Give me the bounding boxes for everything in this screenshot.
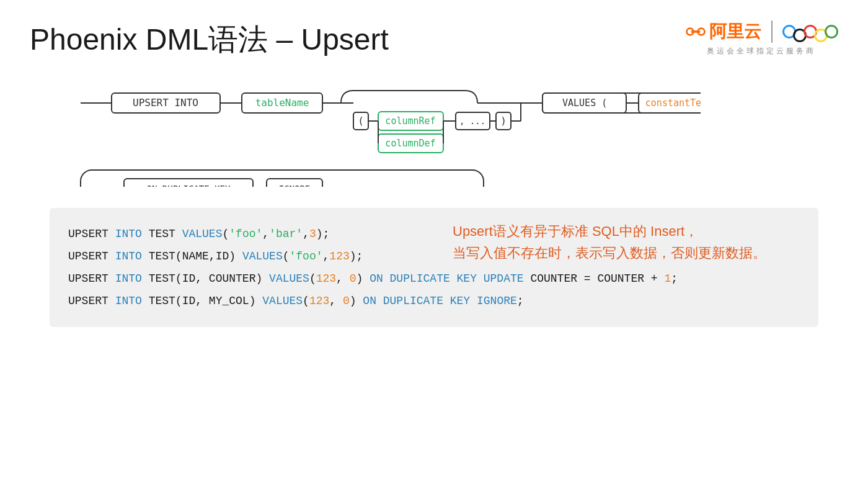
aliyun-brand-text: 阿里云: [709, 20, 761, 43]
svg-text:): ): [500, 115, 507, 127]
ring-5: [825, 25, 838, 38]
diagram-svg: UPSERT INTO tableName (: [50, 78, 701, 187]
svg-text:IGNORE: IGNORE: [279, 184, 311, 187]
logo-divider: [771, 20, 773, 43]
svg-text:columnDef: columnDef: [385, 138, 435, 149]
svg-text:tableName: tableName: [255, 97, 309, 109]
code-line-3: UPSERT INTO TEST(ID, MY_COL) VALUES(123,…: [68, 290, 800, 312]
logo-subtitle: 奥运会全球指定云服务商: [707, 46, 816, 56]
annotation: Upsert语义有异于标准 SQL中的 Insert， 当写入值不存在时，表示写…: [453, 220, 800, 264]
main-content: UPSERT INTO tableName (: [0, 60, 868, 327]
header: Phoenix DML语法 – Upsert 阿里云 奥运会全球指定云: [0, 0, 868, 60]
olympic-rings: [782, 21, 838, 42]
code-line-2: UPSERT INTO TEST(ID, COUNTER) VALUES(123…: [68, 267, 800, 290]
svg-text:UPSERT INTO: UPSERT INTO: [133, 97, 198, 109]
svg-text:ON DUPLICATE KEY: ON DUPLICATE KEY: [147, 184, 231, 187]
svg-text:(: (: [358, 115, 364, 127]
logo-area: 阿里云 奥运会全球指定云服务商: [684, 20, 838, 56]
logo-row: 阿里云: [684, 20, 838, 43]
svg-text:constantTerm: constantTerm: [645, 97, 701, 109]
annotation-line1: Upsert语义有异于标准 SQL中的 Insert，: [453, 220, 800, 242]
aliyun-icon: [684, 20, 707, 43]
svg-text:columnRef: columnRef: [385, 115, 435, 127]
svg-text:VALUES (: VALUES (: [562, 97, 607, 109]
annotation-line2: 当写入值不存在时，表示写入数据，否则更新数据。: [453, 242, 800, 264]
svg-rect-2: [691, 30, 700, 33]
aliyun-logo: 阿里云: [684, 20, 761, 43]
page-title: Phoenix DML语法 – Upsert: [30, 20, 389, 60]
svg-text:, ...: , ...: [459, 116, 485, 126]
railroad-diagram: UPSERT INTO tableName (: [50, 78, 818, 189]
